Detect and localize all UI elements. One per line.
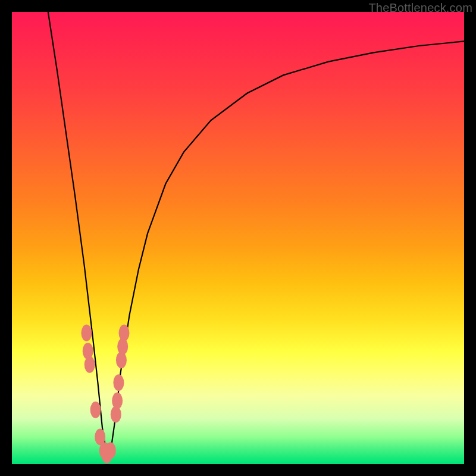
data-point <box>105 442 116 459</box>
data-point <box>113 374 124 391</box>
chart-frame: TheBottleneck.com <box>0 0 476 476</box>
data-point <box>119 325 130 342</box>
data-point <box>90 402 101 418</box>
watermark-text: TheBottleneck.com <box>368 1 472 15</box>
data-point <box>84 356 95 373</box>
data-point <box>112 393 123 409</box>
data-point <box>81 325 92 342</box>
plot-area <box>12 12 464 464</box>
bottleneck-curve <box>48 12 464 455</box>
curve-layer <box>12 12 464 464</box>
data-points-group <box>81 325 129 464</box>
